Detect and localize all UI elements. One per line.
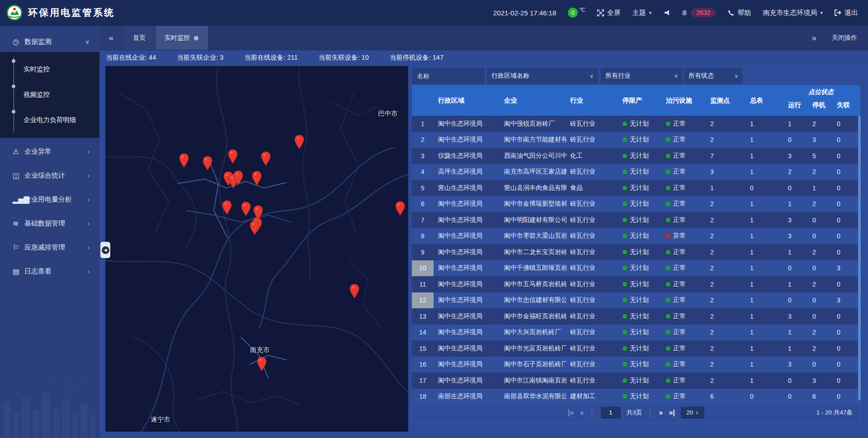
map-marker-pin[interactable]	[260, 151, 271, 166]
sidebar-item-alert[interactable]: ⚠ 企业异常 ‹	[0, 141, 99, 162]
map-marker-pin[interactable]	[256, 357, 267, 371]
map-marker-pin[interactable]	[233, 170, 244, 185]
status-dot	[623, 330, 627, 334]
table-scrollbar[interactable]	[858, 116, 861, 400]
close-tab-icon[interactable]: ⊗	[193, 34, 199, 42]
map-collapse-handle[interactable]: ◀	[100, 242, 110, 258]
cell-pollution-facility: 异常	[663, 228, 706, 245]
cell-limit-production: 无计划	[620, 212, 663, 228]
table-row[interactable]: 9 阆中生态环境局 阆中市二龙长宝页岩砖 砖瓦行业 无计划 正常 2 1 1 2…	[412, 244, 860, 260]
row-number: 3	[412, 148, 434, 164]
sidebar-item-label: 企业用电量分析	[24, 195, 88, 204]
cell-company: 南充市高坪区王家店建	[500, 164, 566, 180]
cell-stopped: 0	[809, 308, 833, 325]
table-row[interactable]: 12 阆中生态环境局 阆中市忠信建材有限公 砖瓦行业 无计划 正常 2 1 0 …	[412, 292, 860, 309]
industry-select[interactable]: 所有行业 ∨	[601, 68, 683, 84]
mute-button[interactable]	[663, 9, 670, 16]
org-dropdown[interactable]: 南充市生态环境局 ▾	[763, 9, 823, 17]
cell-monitor-points: 2	[706, 308, 745, 325]
sidebar-subitem[interactable]: 视频监控	[0, 82, 99, 107]
cell-region: 阆中生态环境局	[434, 196, 500, 212]
sidebar-item-stats[interactable]: ◫ 企业综合统计 ‹	[0, 165, 99, 186]
cell-lost: 0	[833, 148, 858, 164]
status-select[interactable]: 所有状态 ∨	[684, 68, 743, 84]
map-marker-pin[interactable]	[241, 202, 251, 216]
table-row[interactable]: 8 阆中生态环境局 阆中市枣碧大梁山页岩 砖瓦行业 无计划 异常 2 1 3 0…	[412, 228, 860, 245]
table-row[interactable]: 1 阆中生态环境局 阆中强锐页岩砖厂 砖瓦行业 无计划 正常 2 1 1 2 0	[412, 116, 860, 132]
table-row[interactable]: 5 营山生态环境局 营山县润丰肉食品有限 食品 无计划 正常 1 0 0 1 0	[412, 180, 860, 196]
cell-region: 阆中生态环境局	[434, 357, 500, 373]
tab-realtime-monitoring[interactable]: 实时监控 ⊗	[156, 26, 208, 50]
cell-stopped: 0	[809, 292, 833, 309]
table-row[interactable]: 16 阆中生态环境局 阆中市石子页岩机砖厂 砖瓦行业 无计划 正常 2 1 3 …	[412, 357, 860, 373]
table-row[interactable]: 13 阆中生态环境局 阆中市金福旺页岩机砖 砖瓦行业 无计划 正常 2 1 3 …	[412, 308, 860, 325]
table-row[interactable]: 14 阆中生态环境局 阆中大兴页岩机砖厂 砖瓦行业 无计划 正常 2 1 1 2…	[412, 325, 860, 341]
page-size-select[interactable]: 20 ∨	[681, 407, 704, 419]
prev-page-icon[interactable]: «	[580, 409, 584, 417]
cell-monitor-points: 2	[706, 325, 745, 341]
table-row[interactable]: 10 阆中生态环境局 阆中千佛镇五郎垭页岩 砖瓦行业 无计划 正常 2 1 0 …	[412, 260, 860, 277]
map-marker-pin[interactable]	[294, 135, 305, 149]
cell-region: 阆中生态环境局	[434, 132, 500, 148]
table-row[interactable]: 2 阆中生态环境局 阆中市南方节能建材有 砖瓦行业 无计划 正常 2 1 0 3…	[412, 132, 860, 148]
sidebar-subitem[interactable]: 企业电力负荷明细	[0, 107, 99, 132]
sidebar-subitem[interactable]: 实时监控	[0, 57, 99, 82]
page-number-input[interactable]	[601, 407, 621, 419]
col-company: 企业	[500, 85, 566, 116]
map-marker-pin[interactable]	[202, 156, 213, 170]
cell-industry: 食品	[566, 180, 620, 196]
sidebar-item-log[interactable]: ▤ 日志查看 ‹	[0, 261, 99, 282]
table-row[interactable]: 7 阆中生态环境局 阆中明阳建材有限公司 砖瓦行业 无计划 正常 2 1 3 0…	[412, 212, 860, 228]
last-page-icon[interactable]: »|	[669, 409, 675, 417]
cell-running: 0	[784, 180, 809, 196]
sidebar-item-bar-chart[interactable]: ▂▅▇ 企业用电量分析 ‹	[0, 189, 99, 210]
fullscreen-button[interactable]: 全屏	[597, 9, 621, 17]
next-page-icon[interactable]: »	[659, 409, 663, 417]
status-dot	[623, 218, 627, 222]
cell-lost: 0	[833, 212, 858, 228]
logout-button[interactable]: 退出	[835, 9, 858, 17]
cell-region: 阆中生态环境局	[434, 244, 500, 260]
sidebar-item-chevron-icon: ‹	[88, 220, 90, 227]
help-button[interactable]: 帮助	[727, 9, 751, 17]
map-marker-pin[interactable]	[251, 171, 262, 185]
tabs-scroll-right-icon[interactable]: »	[811, 33, 816, 43]
sidebar-item-layers[interactable]: ≋ 基础数据管理 ‹	[0, 213, 99, 234]
map-marker-pin[interactable]	[227, 149, 238, 164]
cell-lost: 0	[833, 196, 858, 212]
cell-limit-production: 无计划	[620, 132, 663, 148]
table-row[interactable]: 3 仪陇生态环境局 西南油气田分公司川中 化工 无计划 正常 7 1 3 5 0	[412, 148, 860, 164]
map-marker-pin[interactable]	[395, 201, 406, 216]
map-marker-pin[interactable]	[222, 200, 232, 215]
table-row[interactable]: 17 阆中生态环境局 阆中市江南镇阆南页岩 砖瓦行业 无计划 正常 2 1 0 …	[412, 372, 860, 389]
map-marker-pin[interactable]	[179, 153, 189, 168]
tab-home[interactable]: 首页	[124, 26, 155, 50]
sidebar-item-clock[interactable]: ◷ 数据监测 ∨	[0, 31, 99, 52]
chevron-down-icon: ∨	[695, 410, 698, 415]
map[interactable]: 巴中市 南充市 遂宁市	[105, 66, 408, 432]
status-dot	[623, 250, 627, 254]
table-row[interactable]: 6 阆中生态环境局 阆中市金博瑞新型墙材 砖瓦行业 无计划 正常 2 1 1 2…	[412, 196, 860, 212]
table-row[interactable]: 15 阆中生态环境局 阆中市光富页岩机砖厂 砖瓦行业 无计划 正常 2 1 1 …	[412, 340, 860, 357]
cell-company: 阆中强锐页岩砖厂	[500, 116, 566, 132]
first-page-icon[interactable]: |«	[568, 409, 574, 417]
name-search-input[interactable]	[412, 68, 485, 84]
notifications[interactable]: 2632	[681, 8, 716, 17]
cell-industry: 砖瓦行业	[566, 325, 620, 341]
theme-dropdown[interactable]: 主题 ▾	[632, 9, 652, 17]
table-row[interactable]: 4 高坪生态环境局 南充市高坪区王家店建 砖瓦行业 无计划 正常 3 1 2 2…	[412, 164, 860, 180]
region-select[interactable]: 行政区域名称 ∨	[487, 68, 598, 84]
chevron-down-icon: ∨	[590, 73, 594, 79]
alert-icon: ⚠	[13, 147, 24, 156]
cell-company: 阆中市金博瑞新型墙材	[500, 196, 566, 212]
close-operations-button[interactable]: 关闭操作	[832, 34, 857, 42]
tabs-scroll-left-icon[interactable]: «	[99, 26, 123, 50]
pagination-bar: |« « │ 共3页 │ » »| 20 ∨ 1 - 20 共47条	[412, 402, 860, 423]
map-marker-pin[interactable]	[249, 221, 260, 235]
table-row[interactable]: 18 南部生态环境局 南部县双华水泥有限公 建材加工 无计划 正常 6 0 0 …	[412, 389, 860, 402]
sidebar-item-megaphone[interactable]: ⚐ 应急减排管理 ‹	[0, 237, 99, 258]
cell-lost: 0	[833, 372, 858, 389]
cell-running: 0	[784, 260, 809, 277]
table-row[interactable]: 11 阆中生态环境局 阆中市五马桥页岩机砖 砖瓦行业 无计划 正常 2 1 1 …	[412, 276, 860, 292]
map-marker-pin[interactable]	[349, 284, 360, 298]
